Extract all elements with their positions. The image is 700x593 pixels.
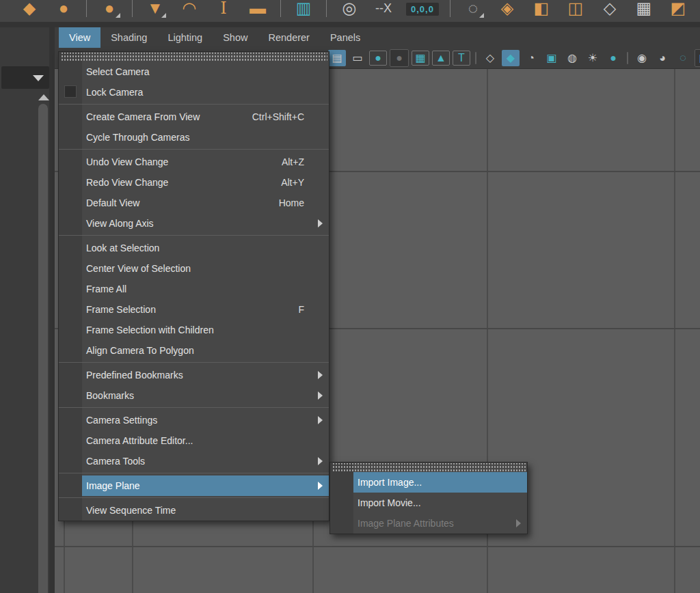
- textured-icon[interactable]: ◔: [522, 50, 540, 66]
- grid-line-vertical: [674, 69, 675, 593]
- menu-item-camera-attribute-editor[interactable]: Camera Attribute Editor...: [59, 430, 329, 451]
- menu-item-undo-view-change[interactable]: Undo View ChangeAlt+Z: [59, 152, 329, 172]
- submenu-tearoff-handle[interactable]: [332, 463, 526, 472]
- smooth-shade-all-icon[interactable]: ◆: [502, 50, 520, 66]
- corner-tool-icon[interactable]: ◩: [667, 0, 690, 20]
- occlusion-icon[interactable]: ●: [604, 50, 622, 66]
- shelf-separator: [132, 0, 133, 17]
- menu-item-default-view[interactable]: Default ViewHome: [59, 193, 329, 213]
- submenu-arrow-icon: [318, 416, 323, 424]
- shadows-icon[interactable]: ◍: [563, 50, 581, 66]
- coordinates-readout-icon[interactable]: 0,0,0: [406, 3, 439, 16]
- panel-menu-panels[interactable]: Panels: [320, 27, 371, 48]
- menu-item-shortcut: Home: [279, 197, 329, 208]
- menu-item-frame-selection-with-children[interactable]: Frame Selection with Children: [59, 320, 329, 340]
- screen-space-ao-icon[interactable]: ◉: [633, 50, 651, 66]
- menu-item-camera-settings[interactable]: Camera Settings: [59, 410, 329, 430]
- anti-aliasing-icon[interactable]: ◌: [674, 50, 692, 66]
- grid-snap-icon[interactable]: ▦: [632, 0, 656, 20]
- single-pane-layout-icon[interactable]: ▤: [328, 50, 346, 66]
- shelf-toolbar: ◆●●▼◠I▬▥◎--X0,0,0◌◈◧◫◇▦◩: [0, 0, 700, 25]
- panel-menu-view[interactable]: View: [59, 27, 100, 48]
- panel-menu-bar: ViewShadingLightingShowRendererPanels: [55, 27, 700, 48]
- uv-editor-icon[interactable]: ▥: [292, 0, 315, 20]
- wireframe-icon[interactable]: ◇: [481, 50, 499, 66]
- menu-item-shortcut: Alt+Y: [281, 177, 329, 188]
- use-all-lights-icon[interactable]: ▣: [543, 50, 561, 66]
- poly-plane-icon[interactable]: ▬: [246, 0, 269, 20]
- menu-item-label: Frame Selection with Children: [86, 325, 214, 335]
- menu-item-frame-all[interactable]: Frame All: [59, 279, 329, 299]
- shelf-separator: [280, 0, 281, 17]
- safe-action-icon[interactable]: ▲: [432, 51, 450, 66]
- menu-item-camera-tools[interactable]: Camera Tools: [59, 451, 329, 471]
- view-menu: Select CameraLock CameraCreate Camera Fr…: [58, 51, 329, 521]
- motion-blur-icon[interactable]: ◕: [654, 50, 671, 66]
- menu-item-lock-camera[interactable]: Lock Camera: [59, 82, 329, 102]
- menu-item-label: Lock Camera: [86, 87, 143, 98]
- flyout-arrow-icon: [161, 13, 166, 18]
- submenu-arrow-icon: [318, 391, 323, 400]
- menu-item-shortcut: Ctrl+Shift+C: [252, 111, 329, 122]
- flyout-arrow-icon: [479, 13, 484, 18]
- menu-item-label: Center View of Selection: [86, 263, 191, 274]
- outliner-filter-dropdown[interactable]: [1, 66, 49, 89]
- menu-item-look-at-selection[interactable]: Look at Selection: [59, 238, 329, 258]
- menu-item-label: Image Plane Attributes: [358, 518, 454, 529]
- menu-item-create-camera-from-view[interactable]: Create Camera From ViewCtrl+Shift+C: [59, 107, 329, 127]
- menu-item-import-image[interactable]: Import Image...: [330, 472, 527, 493]
- menu-item-view-sequence-time[interactable]: View Sequence Time: [59, 500, 329, 521]
- quad-draw-icon[interactable]: ◇: [598, 0, 621, 20]
- flyout-arrow-icon: [116, 13, 120, 18]
- poly-primitive-flyout-icon[interactable]: ●: [98, 0, 121, 20]
- show-manipulator-icon[interactable]: ◎: [338, 0, 361, 20]
- menu-item-label: Camera Attribute Editor...: [86, 435, 193, 446]
- menu-item-view-along-axis[interactable]: View Along Axis: [59, 213, 329, 234]
- resolution-gate-icon[interactable]: ●: [369, 51, 387, 66]
- sculpt-tool-icon[interactable]: ◠: [178, 0, 201, 20]
- menu-item-align-camera-to-polygon[interactable]: Align Camera To Polygon: [59, 340, 329, 361]
- menu-item-select-camera[interactable]: Select Camera: [59, 61, 329, 82]
- image-plane-submenu-items: Import Image...Import Movie...Image Plan…: [330, 472, 527, 534]
- checkbox[interactable]: [64, 85, 77, 98]
- gate-mask-icon[interactable]: ●: [390, 49, 409, 67]
- menu-tearoff-handle[interactable]: [60, 53, 327, 61]
- poly-sphere-icon[interactable]: ●: [52, 0, 75, 20]
- panel-menu-lighting[interactable]: Lighting: [157, 27, 213, 48]
- menu-item-image-plane-attributes[interactable]: Image Plane Attributes: [330, 513, 527, 534]
- panel-menu-show[interactable]: Show: [213, 27, 258, 48]
- menu-item-label: View Along Axis: [86, 218, 154, 229]
- scrollbar-thumb[interactable]: [38, 104, 48, 593]
- object-selection-icon[interactable]: ◈: [496, 0, 519, 20]
- menu-item-label: Import Image...: [358, 477, 422, 488]
- menu-item-cycle-through-cameras[interactable]: Cycle Through Cameras: [59, 127, 329, 148]
- grid-line-horizontal: [55, 546, 700, 547]
- paint-selection-icon[interactable]: ◧: [530, 0, 553, 20]
- menu-item-center-view-of-selection[interactable]: Center View of Selection: [59, 258, 329, 279]
- submenu-arrow-icon: [516, 519, 521, 527]
- menu-item-import-movie[interactable]: Import Movie...: [330, 493, 527, 513]
- mirror-icon[interactable]: ◫: [564, 0, 587, 20]
- menu-item-bookmarks[interactable]: Bookmarks: [59, 385, 329, 406]
- lights-icon[interactable]: ☀: [584, 50, 602, 66]
- film-gate-icon[interactable]: ▭: [349, 50, 366, 66]
- isolate-select-icon[interactable]: ◨: [695, 49, 700, 67]
- field-chart-icon[interactable]: ▦: [412, 51, 429, 66]
- menu-item-image-plane[interactable]: Image Plane: [59, 475, 329, 496]
- menu-item-label: Create Camera From View: [86, 111, 200, 122]
- panel-menu-shading[interactable]: Shading: [100, 27, 157, 48]
- type-tool-icon[interactable]: I: [212, 0, 235, 20]
- scroll-up-icon[interactable]: [38, 94, 49, 100]
- platonic-solid-icon[interactable]: ◆: [18, 0, 41, 20]
- menu-item-predefined-bookmarks[interactable]: Predefined Bookmarks: [59, 365, 329, 385]
- panel-menu-renderer[interactable]: Renderer: [258, 27, 319, 48]
- snap-to-point-icon[interactable]: --X: [372, 0, 395, 20]
- menu-item-redo-view-change[interactable]: Redo View ChangeAlt+Y: [59, 172, 329, 193]
- menu-item-label: Cycle Through Cameras: [86, 132, 189, 143]
- menu-item-frame-selection[interactable]: Frame SelectionF: [59, 299, 329, 320]
- menu-item-label: Bookmarks: [86, 390, 134, 401]
- safe-title-icon[interactable]: T: [453, 51, 470, 66]
- poly-cone-flyout-icon[interactable]: ▼: [144, 0, 167, 20]
- menu-item-label: Look at Selection: [86, 243, 159, 253]
- lasso-tool-icon[interactable]: ◌: [461, 0, 485, 20]
